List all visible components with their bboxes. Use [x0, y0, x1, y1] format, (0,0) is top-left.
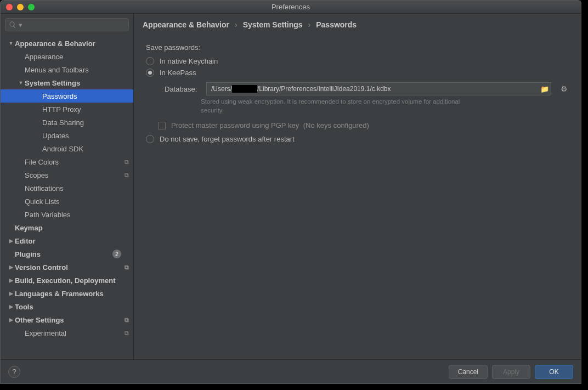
radio-native-keychain[interactable]: In native Keychain: [146, 57, 569, 65]
sidebar-item-languages-frameworks[interactable]: ▶Languages & Frameworks: [1, 287, 133, 300]
database-field[interactable]: /Users/xxxxxxx/Library/Preferences/Intel…: [206, 82, 551, 95]
sidebar-item-label: Version Control: [15, 263, 68, 272]
browse-folder-icon[interactable]: 📁: [539, 85, 551, 93]
sidebar-item-label: Languages & Frameworks: [15, 290, 104, 298]
gear-icon[interactable]: ⚙: [559, 84, 569, 93]
sidebar-item-experimental[interactable]: Experimental⧉: [1, 326, 133, 340]
sidebar-item-label: Android SDK: [42, 145, 83, 153]
radio-icon: [146, 135, 154, 143]
sidebar-item-passwords[interactable]: Passwords: [1, 89, 133, 103]
sidebar-item-menus-and-toolbars[interactable]: Menus and Toolbars: [1, 63, 133, 76]
database-label: Database:: [165, 85, 201, 93]
settings-tree: ▼Appearance & BehaviorAppearanceMenus an…: [1, 35, 133, 359]
database-hint: Stored using weak encryption. It is reco…: [201, 98, 475, 115]
sidebar-item-label: File Colors: [25, 158, 59, 166]
search-icon: [9, 21, 16, 29]
sidebar-item-label: Build, Execution, Deployment: [15, 276, 115, 285]
chevron-right-icon: ▶: [8, 264, 14, 270]
sidebar-item-label: Editor: [15, 237, 36, 245]
radio-icon: [146, 57, 154, 65]
sidebar-item-data-sharing[interactable]: Data Sharing: [1, 116, 133, 129]
breadcrumb: Appearance & Behavior › System Settings …: [134, 14, 581, 33]
sidebar-item-label: Path Variables: [25, 211, 71, 219]
titlebar: Preferences: [1, 1, 581, 14]
protect-pgp-checkbox: Protect master password using PGP key (N…: [158, 121, 569, 129]
sidebar-item-quick-lists[interactable]: Quick Lists: [1, 195, 133, 208]
sidebar-item-label: Scopes: [25, 171, 48, 179]
search-input[interactable]: ▾: [5, 18, 129, 31]
apply-button[interactable]: Apply: [492, 365, 530, 379]
sidebar-item-label: Appearance & Behavior: [15, 39, 95, 48]
project-scope-icon: ⧉: [125, 159, 129, 166]
sidebar-item-label: System Settings: [25, 79, 80, 87]
sidebar-item-label: Plugins: [15, 250, 41, 258]
sidebar-item-version-control[interactable]: ▶Version Control⧉: [1, 261, 133, 274]
save-passwords-label: Save passwords:: [146, 43, 569, 52]
ok-button[interactable]: OK: [535, 365, 573, 379]
body: ▾ ▼Appearance & BehaviorAppearanceMenus …: [1, 14, 581, 359]
main-panel: Appearance & Behavior › System Settings …: [134, 14, 581, 359]
badge: 2: [112, 250, 121, 258]
chevron-right-icon: ▶: [8, 278, 14, 283]
sidebar-item-label: Updates: [42, 132, 69, 140]
chevron-right-icon: ▶: [8, 291, 14, 296]
breadcrumb-system-settings[interactable]: System Settings: [243, 20, 303, 29]
sidebar-item-keymap[interactable]: Keymap: [1, 221, 133, 234]
protect-label: Protect master password using PGP key: [171, 121, 299, 129]
breadcrumb-sep: ›: [308, 20, 311, 29]
radio-do-not-save[interactable]: Do not save, forget passwords after rest…: [146, 135, 569, 143]
sidebar-item-updates[interactable]: Updates: [1, 129, 133, 142]
sidebar-item-label: Appearance: [25, 53, 63, 61]
sidebar-item-label: Notifications: [25, 184, 64, 193]
sidebar-item-path-variables[interactable]: Path Variables: [1, 208, 133, 221]
radio-label: In native Keychain: [160, 57, 218, 65]
radio-keepass[interactable]: In KeePass: [146, 69, 569, 77]
sidebar-item-android-sdk[interactable]: Android SDK: [1, 142, 133, 155]
cancel-button[interactable]: Cancel: [449, 365, 488, 379]
sidebar-item-label: Tools: [15, 303, 33, 311]
sidebar-item-notifications[interactable]: Notifications: [1, 182, 133, 195]
chevron-right-icon: ▶: [8, 317, 14, 323]
sidebar-item-editor[interactable]: ▶Editor: [1, 234, 133, 247]
redacted-username: xxxxxxx: [232, 85, 257, 93]
preferences-window: Preferences ▾ ▼Appearance & BehaviorAppe…: [0, 0, 581, 384]
sidebar-item-scopes[interactable]: Scopes⧉: [1, 168, 133, 182]
sidebar-item-label: HTTP Proxy: [42, 105, 81, 114]
sidebar-item-tools[interactable]: ▶Tools: [1, 300, 133, 313]
database-row: Database: /Users/xxxxxxx/Library/Prefere…: [165, 82, 569, 95]
sidebar-item-label: Passwords: [42, 92, 77, 100]
breadcrumb-appearance[interactable]: Appearance & Behavior: [143, 20, 229, 29]
sidebar-item-http-proxy[interactable]: HTTP Proxy: [1, 103, 133, 116]
sidebar-item-plugins[interactable]: Plugins2: [1, 247, 133, 261]
sidebar-item-other-settings[interactable]: ▶Other Settings⧉: [1, 313, 133, 326]
sidebar-item-label: Experimental: [25, 329, 66, 337]
sidebar-item-system-settings[interactable]: ▼System Settings: [1, 76, 133, 89]
window-title: Preferences: [1, 3, 581, 11]
search-caret: ▾: [19, 21, 22, 29]
database-path[interactable]: /Users/xxxxxxx/Library/Preferences/Intel…: [207, 85, 539, 93]
project-scope-icon: ⧉: [125, 172, 129, 179]
chevron-down-icon: ▼: [8, 41, 14, 46]
sidebar-item-label: Keymap: [15, 224, 43, 232]
footer: ? Cancel Apply OK: [1, 359, 581, 383]
sidebar-item-label: Quick Lists: [25, 197, 60, 206]
radio-icon: [146, 69, 154, 77]
project-scope-icon: ⧉: [125, 330, 129, 337]
checkbox-icon: [158, 122, 166, 129]
sidebar-item-appearance[interactable]: Appearance: [1, 50, 133, 63]
sidebar-item-label: Other Settings: [15, 316, 64, 324]
sidebar-item-label: Menus and Toolbars: [25, 66, 89, 74]
protect-note: (No keys configured): [303, 121, 369, 129]
content: Save passwords: In native Keychain In Ke…: [134, 33, 581, 359]
help-button[interactable]: ?: [8, 366, 20, 378]
chevron-right-icon: ▶: [8, 304, 14, 309]
sidebar-item-appearance-behavior[interactable]: ▼Appearance & Behavior: [1, 37, 133, 50]
breadcrumb-sep: ›: [235, 20, 238, 29]
sidebar-item-build-execution-deployment[interactable]: ▶Build, Execution, Deployment: [1, 274, 133, 287]
sidebar-item-file-colors[interactable]: File Colors⧉: [1, 155, 133, 168]
radio-label: In KeePass: [160, 69, 196, 77]
sidebar-item-label: Data Sharing: [42, 118, 84, 127]
project-scope-icon: ⧉: [125, 264, 129, 271]
chevron-down-icon: ▼: [18, 80, 24, 86]
project-scope-icon: ⧉: [125, 316, 129, 324]
